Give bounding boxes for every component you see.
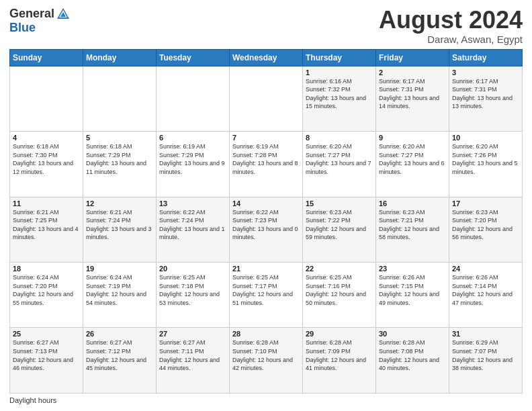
logo-general-text: General <box>9 7 54 21</box>
day-number: 22 <box>306 265 373 273</box>
day-number: 31 <box>452 330 519 338</box>
day-of-week-header: Thursday <box>303 49 376 66</box>
day-info: Sunrise: 6:20 AMSunset: 7:26 PMDaylight:… <box>452 142 519 176</box>
calendar-cell: 28Sunrise: 6:28 AMSunset: 7:10 PMDayligh… <box>230 328 303 394</box>
day-info: Sunrise: 6:18 AMSunset: 7:29 PMDaylight:… <box>86 142 153 176</box>
calendar-cell: 11Sunrise: 6:21 AMSunset: 7:25 PMDayligh… <box>10 197 83 262</box>
day-info: Sunrise: 6:28 AMSunset: 7:09 PMDaylight:… <box>306 338 373 372</box>
day-info: Sunrise: 6:19 AMSunset: 7:29 PMDaylight:… <box>159 142 226 176</box>
day-info: Sunrise: 6:23 AMSunset: 7:20 PMDaylight:… <box>452 208 519 242</box>
calendar-cell <box>157 66 230 131</box>
calendar-cell: 21Sunrise: 6:25 AMSunset: 7:17 PMDayligh… <box>230 263 303 328</box>
day-number: 12 <box>86 199 153 208</box>
calendar-cell: 13Sunrise: 6:22 AMSunset: 7:24 PMDayligh… <box>157 197 230 262</box>
day-info: Sunrise: 6:27 AMSunset: 7:12 PMDaylight:… <box>86 338 153 372</box>
day-number: 11 <box>13 199 80 208</box>
day-info: Sunrise: 6:20 AMSunset: 7:27 PMDaylight:… <box>379 142 446 176</box>
calendar-cell: 27Sunrise: 6:27 AMSunset: 7:11 PMDayligh… <box>157 328 230 394</box>
day-info: Sunrise: 6:24 AMSunset: 7:20 PMDaylight:… <box>13 273 80 307</box>
day-number: 10 <box>452 134 519 142</box>
day-info: Sunrise: 6:27 AMSunset: 7:13 PMDaylight:… <box>13 338 80 372</box>
day-number: 17 <box>452 199 519 208</box>
calendar-cell: 25Sunrise: 6:27 AMSunset: 7:13 PMDayligh… <box>10 328 83 394</box>
day-info: Sunrise: 6:22 AMSunset: 7:23 PMDaylight:… <box>232 208 300 242</box>
calendar-week-row: 25Sunrise: 6:27 AMSunset: 7:13 PMDayligh… <box>10 328 523 394</box>
day-info: Sunrise: 6:21 AMSunset: 7:24 PMDaylight:… <box>86 208 153 242</box>
calendar-cell <box>230 66 303 131</box>
calendar-cell <box>10 66 83 131</box>
day-number: 21 <box>232 265 300 273</box>
day-number: 25 <box>13 330 80 338</box>
day-info: Sunrise: 6:28 AMSunset: 7:10 PMDaylight:… <box>232 338 300 372</box>
day-number: 16 <box>379 199 446 208</box>
title-block: August 2024 Daraw, Aswan, Egypt <box>379 7 523 45</box>
calendar: SundayMondayTuesdayWednesdayThursdayFrid… <box>9 49 523 394</box>
day-number: 26 <box>86 330 153 338</box>
logo-blue-text: Blue <box>9 21 36 34</box>
day-number: 15 <box>306 199 373 208</box>
day-number: 27 <box>159 330 226 338</box>
day-number: 14 <box>232 199 300 208</box>
day-of-week-header: Monday <box>83 49 157 66</box>
day-info: Sunrise: 6:25 AMSunset: 7:18 PMDaylight:… <box>159 273 226 307</box>
day-number: 7 <box>232 134 300 142</box>
day-number: 30 <box>379 330 446 338</box>
day-number: 28 <box>232 330 300 338</box>
page: General Blue August 2024 Daraw, Aswan, E… <box>0 0 532 411</box>
calendar-cell: 24Sunrise: 6:26 AMSunset: 7:14 PMDayligh… <box>449 263 523 328</box>
day-number: 20 <box>159 265 226 273</box>
calendar-cell: 6Sunrise: 6:19 AMSunset: 7:29 PMDaylight… <box>157 132 230 197</box>
calendar-cell: 5Sunrise: 6:18 AMSunset: 7:29 PMDaylight… <box>83 132 157 197</box>
location: Daraw, Aswan, Egypt <box>379 34 523 45</box>
day-info: Sunrise: 6:26 AMSunset: 7:15 PMDaylight:… <box>379 273 446 307</box>
day-number: 5 <box>86 134 153 142</box>
day-info: Sunrise: 6:28 AMSunset: 7:08 PMDaylight:… <box>379 338 446 372</box>
day-info: Sunrise: 6:17 AMSunset: 7:31 PMDaylight:… <box>452 77 519 111</box>
day-info: Sunrise: 6:16 AMSunset: 7:32 PMDaylight:… <box>306 77 373 111</box>
logo-icon <box>56 7 71 21</box>
day-of-week-header: Saturday <box>449 49 523 66</box>
calendar-cell: 18Sunrise: 6:24 AMSunset: 7:20 PMDayligh… <box>10 263 83 328</box>
day-info: Sunrise: 6:29 AMSunset: 7:07 PMDaylight:… <box>452 338 519 372</box>
day-number: 3 <box>452 68 519 77</box>
day-of-week-header: Friday <box>376 49 449 66</box>
calendar-cell: 26Sunrise: 6:27 AMSunset: 7:12 PMDayligh… <box>83 328 157 394</box>
day-info: Sunrise: 6:19 AMSunset: 7:28 PMDaylight:… <box>232 142 300 176</box>
header: General Blue August 2024 Daraw, Aswan, E… <box>9 7 523 45</box>
calendar-cell: 14Sunrise: 6:22 AMSunset: 7:23 PMDayligh… <box>230 197 303 262</box>
day-number: 8 <box>306 134 373 142</box>
day-of-week-header: Tuesday <box>157 49 230 66</box>
calendar-cell: 17Sunrise: 6:23 AMSunset: 7:20 PMDayligh… <box>449 197 523 262</box>
calendar-cell: 16Sunrise: 6:23 AMSunset: 7:21 PMDayligh… <box>376 197 449 262</box>
day-info: Sunrise: 6:27 AMSunset: 7:11 PMDaylight:… <box>159 338 226 372</box>
day-info: Sunrise: 6:25 AMSunset: 7:16 PMDaylight:… <box>306 273 373 307</box>
calendar-cell: 29Sunrise: 6:28 AMSunset: 7:09 PMDayligh… <box>303 328 376 394</box>
day-info: Sunrise: 6:25 AMSunset: 7:17 PMDaylight:… <box>232 273 300 307</box>
day-number: 6 <box>159 134 226 142</box>
calendar-week-row: 1Sunrise: 6:16 AMSunset: 7:32 PMDaylight… <box>10 66 523 131</box>
calendar-cell: 2Sunrise: 6:17 AMSunset: 7:31 PMDaylight… <box>376 66 449 131</box>
calendar-header-row: SundayMondayTuesdayWednesdayThursdayFrid… <box>10 49 523 66</box>
month-title: August 2024 <box>379 7 523 34</box>
calendar-cell: 8Sunrise: 6:20 AMSunset: 7:27 PMDaylight… <box>303 132 376 197</box>
day-number: 23 <box>379 265 446 273</box>
logo: General Blue <box>9 7 71 35</box>
day-number: 4 <box>13 134 80 142</box>
day-info: Sunrise: 6:17 AMSunset: 7:31 PMDaylight:… <box>379 77 446 111</box>
day-number: 19 <box>86 265 153 273</box>
day-number: 13 <box>159 199 226 208</box>
calendar-cell: 9Sunrise: 6:20 AMSunset: 7:27 PMDaylight… <box>376 132 449 197</box>
day-info: Sunrise: 6:23 AMSunset: 7:21 PMDaylight:… <box>379 208 446 242</box>
day-number: 18 <box>13 265 80 273</box>
calendar-cell: 20Sunrise: 6:25 AMSunset: 7:18 PMDayligh… <box>157 263 230 328</box>
calendar-cell <box>83 66 157 131</box>
calendar-week-row: 11Sunrise: 6:21 AMSunset: 7:25 PMDayligh… <box>10 197 523 262</box>
calendar-cell: 15Sunrise: 6:23 AMSunset: 7:22 PMDayligh… <box>303 197 376 262</box>
day-number: 29 <box>306 330 373 338</box>
day-info: Sunrise: 6:22 AMSunset: 7:24 PMDaylight:… <box>159 208 226 242</box>
calendar-week-row: 4Sunrise: 6:18 AMSunset: 7:30 PMDaylight… <box>10 132 523 197</box>
calendar-week-row: 18Sunrise: 6:24 AMSunset: 7:20 PMDayligh… <box>10 263 523 328</box>
day-of-week-header: Sunday <box>10 49 83 66</box>
day-number: 1 <box>306 68 373 77</box>
day-number: 9 <box>379 134 446 142</box>
